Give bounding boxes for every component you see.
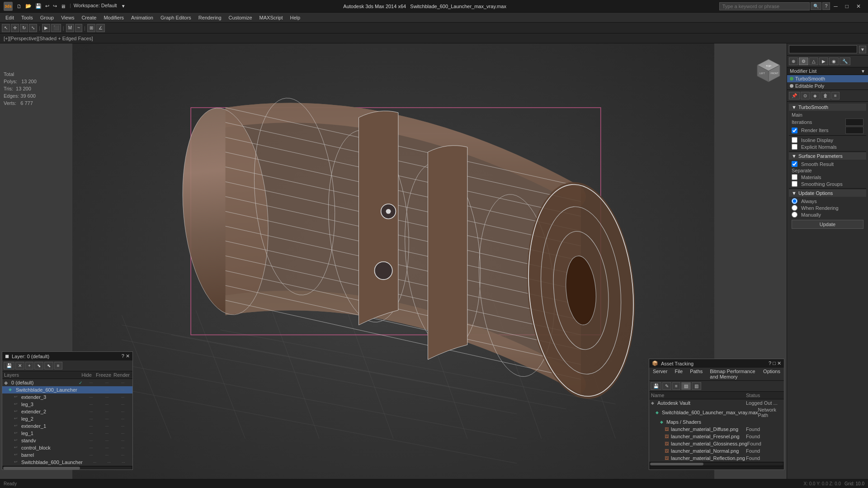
- make-unique-btn[interactable]: ◈: [811, 92, 820, 99]
- render-iters-input[interactable]: 2: [845, 127, 863, 134]
- search-input[interactable]: [719, 2, 810, 10]
- update-button[interactable]: Update: [792, 220, 863, 229]
- surface-params-header[interactable]: ▼ Surface Parameters: [789, 152, 866, 160]
- snap-btn[interactable]: ⊞: [87, 24, 95, 32]
- menu-animation[interactable]: Animation: [127, 14, 157, 21]
- menu-help[interactable]: Help: [287, 14, 304, 21]
- materials-checkbox[interactable]: [792, 174, 797, 180]
- help-btn[interactable]: ?: [822, 2, 830, 10]
- layer-row-leg3[interactable]: ↩ leg_3 ··· ··· ···: [2, 401, 132, 408]
- layer-row-standv[interactable]: ↩ standv ··· ··· ···: [2, 437, 132, 444]
- modify-tab-btn[interactable]: ⚙: [799, 57, 808, 65]
- asset-menu-options[interactable]: Options: [760, 368, 784, 380]
- asset-menu-server[interactable]: Server: [649, 368, 671, 380]
- remove-modifier-btn[interactable]: 🗑: [821, 92, 830, 99]
- asset-row-reflection[interactable]: 🖼 launcher_material_Reflection.png Found: [649, 455, 784, 462]
- search-btn[interactable]: 🔍: [811, 2, 821, 10]
- layer-row-leg1[interactable]: ↩ leg_1 ··· ··· ···: [2, 430, 132, 437]
- smooth-result-checkbox[interactable]: [792, 161, 797, 167]
- pin-stack-btn[interactable]: 📌: [789, 92, 800, 99]
- layer-row-extender1[interactable]: ↩ extender_1 ··· ··· ···: [2, 422, 132, 430]
- create-tab-btn[interactable]: ⊕: [789, 57, 798, 65]
- layers-options-btn[interactable]: ≡: [54, 362, 62, 370]
- object-name-input[interactable]: barrel: [789, 45, 857, 53]
- layer-row-extender3[interactable]: ↩ extender_3 ··· ··· ···: [2, 393, 132, 401]
- render-setup-btn[interactable]: 🖥: [59, 3, 67, 9]
- asset-help-btn[interactable]: ?: [769, 360, 771, 366]
- asset-scroll-thumb-h[interactable]: [650, 463, 703, 465]
- rotate-btn[interactable]: ↻: [20, 24, 28, 32]
- close-btn[interactable]: ✕: [853, 2, 864, 10]
- scale-btn[interactable]: ⤡: [29, 24, 37, 32]
- asset-row-fresnel[interactable]: 🖼 launcher_material_Fresnel.png Found: [649, 433, 784, 440]
- layer-row-control-block[interactable]: ↩ control_block ··· ··· ···: [2, 444, 132, 451]
- layers-close-btn[interactable]: ✕: [126, 353, 130, 359]
- undo-btn[interactable]: ↩: [44, 3, 51, 9]
- iterations-input[interactable]: 0: [845, 118, 863, 126]
- layers-unlink-btn[interactable]: ⬉: [44, 362, 53, 370]
- asset-toolbar-btn2[interactable]: ✎: [662, 382, 671, 390]
- asset-scrollbar-v[interactable]: [649, 466, 784, 469]
- asset-row-max-file[interactable]: ◆ Switchblade_600_Launcher_max_vray.max …: [649, 407, 784, 418]
- menu-views[interactable]: Views: [57, 14, 78, 21]
- smoothing-groups-checkbox[interactable]: [792, 181, 797, 187]
- asset-row-diffuse[interactable]: 🖼 launcher_material_Diffuse.png Found: [649, 426, 784, 433]
- layers-scrollbar[interactable]: [2, 466, 132, 469]
- asset-row-vault[interactable]: ◆ Autodesk Vault Logged Out ...: [649, 399, 784, 407]
- asset-menu-bitmap[interactable]: Bitmap Performance and Memory: [706, 368, 760, 380]
- always-radio[interactable]: [792, 198, 797, 204]
- maximize-btn[interactable]: □: [842, 2, 852, 10]
- asset-menu-file[interactable]: File: [671, 368, 686, 380]
- curve-editor-btn[interactable]: ~: [75, 24, 82, 32]
- render-btn[interactable]: ▶: [42, 24, 50, 32]
- layers-save-btn[interactable]: 💾: [4, 362, 14, 370]
- menu-customize[interactable]: Customize: [225, 14, 256, 21]
- layer-row-barrel[interactable]: ↩ barrel ··· ··· ···: [2, 451, 132, 459]
- asset-close-btn[interactable]: ✕: [777, 360, 781, 366]
- render-production-btn[interactable]: ⬛: [51, 24, 61, 32]
- new-btn[interactable]: 🗋: [15, 3, 23, 9]
- asset-row-maps[interactable]: ◆ Maps / Shaders: [649, 418, 784, 426]
- asset-toolbar-btn4[interactable]: ▤: [681, 382, 691, 390]
- minimize-btn[interactable]: ─: [830, 2, 841, 10]
- asset-toolbar-btn3[interactable]: ≡: [672, 382, 680, 390]
- material-editor-btn[interactable]: M: [66, 24, 74, 32]
- update-options-header[interactable]: ▼ Update Options: [789, 190, 866, 197]
- modifier-dropdown-btn[interactable]: ▼: [861, 69, 865, 74]
- layer-row-default[interactable]: ◆ 0 (default) ✓ ··· ··· ···: [2, 379, 132, 386]
- panel-chevron-btn[interactable]: ▼: [859, 46, 866, 53]
- nav-cube[interactable]: TOP FRONT LEFT: [755, 57, 782, 84]
- menu-group[interactable]: Group: [37, 14, 58, 21]
- asset-row-glossiness[interactable]: 🖼 launcher_material_Glossiness.png Found: [649, 440, 784, 447]
- utilities-tab-btn[interactable]: 🔧: [840, 57, 850, 65]
- hierarchy-tab-btn[interactable]: △: [809, 57, 818, 65]
- angle-snap-btn[interactable]: ∠: [96, 24, 105, 32]
- layer-row-leg2[interactable]: ↩ leg_2 ··· ··· ···: [2, 415, 132, 422]
- layer-row-launcher[interactable]: ↩ Switchblade_600_Launcher ··· ··· ···: [2, 459, 132, 466]
- configure-sets-btn[interactable]: ≡: [831, 92, 840, 99]
- turbosmooth-section-header[interactable]: ▼ TurboSmooth: [789, 104, 866, 111]
- asset-toolbar-btn1[interactable]: 💾: [651, 382, 661, 390]
- motion-tab-btn[interactable]: ▶: [819, 57, 828, 65]
- layers-add-btn[interactable]: +: [25, 362, 33, 370]
- workspace-dropdown[interactable]: ▼: [120, 3, 127, 9]
- manually-radio[interactable]: [792, 212, 797, 218]
- save-btn[interactable]: 💾: [34, 3, 43, 9]
- menu-modifiers[interactable]: Modifiers: [100, 14, 127, 21]
- when-rendering-radio[interactable]: [792, 205, 797, 211]
- layers-help-btn[interactable]: ?: [122, 353, 124, 359]
- layers-panel-titlebar[interactable]: ◼ Layer: 0 (default) ? ✕: [2, 352, 132, 360]
- layer-row-extender2[interactable]: ↩ extender_2 ··· ··· ···: [2, 408, 132, 415]
- menu-graph-editors[interactable]: Graph Editors: [157, 14, 195, 21]
- asset-row-normal[interactable]: 🖼 launcher_material_Normal.png Found: [649, 447, 784, 455]
- layers-link-btn[interactable]: ⬊: [34, 362, 43, 370]
- asset-restore-btn[interactable]: □: [773, 360, 776, 366]
- modifier-item-editable-poly[interactable]: Editable Poly: [787, 82, 868, 90]
- layers-scroll-thumb[interactable]: [3, 467, 80, 469]
- asset-toolbar-btn5[interactable]: ▥: [692, 382, 701, 390]
- menu-edit[interactable]: Edit: [2, 14, 18, 21]
- explicit-normals-checkbox[interactable]: [792, 144, 797, 150]
- menu-tools[interactable]: Tools: [18, 14, 37, 21]
- show-result-btn[interactable]: ⊙: [801, 92, 810, 99]
- render-iters-checkbox[interactable]: [792, 128, 797, 133]
